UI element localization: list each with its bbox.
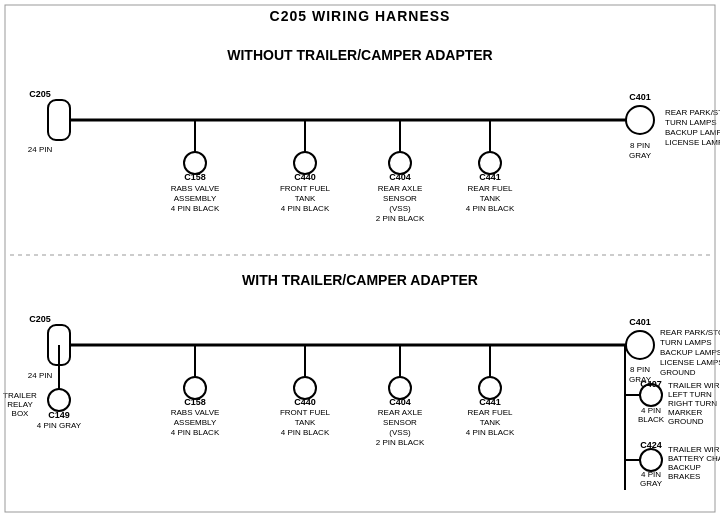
- c424-label: C424: [640, 440, 662, 450]
- c407-right1: TRAILER WIRES: [668, 381, 720, 390]
- c424-sub2: GRAY: [640, 479, 663, 488]
- c401-2-right1: REAR PARK/STOP: [660, 328, 720, 337]
- c441-label-1: C441: [479, 172, 501, 182]
- svg-point-25: [294, 377, 316, 399]
- c401-label-2: C401: [629, 317, 651, 327]
- c205-label-2: C205: [29, 314, 51, 324]
- c404-sub3-1: (VSS): [389, 204, 411, 213]
- c440-sub2-2: TANK: [295, 418, 316, 427]
- trailer-relay-label3: BOX: [12, 409, 30, 418]
- c441-sub2-1: TANK: [480, 194, 501, 203]
- c407-sub1: 4 PIN: [641, 406, 661, 415]
- c424-right1: TRAILER WIRES: [668, 445, 720, 454]
- c441-sub3-2: 4 PIN BLACK: [466, 428, 515, 437]
- c441-sub1-2: REAR FUEL: [468, 408, 513, 417]
- svg-point-4: [184, 152, 206, 174]
- c440-sub2-1: TANK: [295, 194, 316, 203]
- c401-label-1: C401: [629, 92, 651, 102]
- trailer-relay-label2: RELAY: [7, 400, 33, 409]
- c158-sub2-1: ASSEMBLY: [174, 194, 217, 203]
- c404-label-2: C404: [389, 397, 411, 407]
- c441-label-2: C441: [479, 397, 501, 407]
- c158-sub3-1: 4 PIN BLACK: [171, 204, 220, 213]
- svg-point-15: [48, 389, 70, 411]
- svg-point-10: [479, 152, 501, 174]
- c440-label-1: C440: [294, 172, 316, 182]
- c205-sub-2: 24 PIN: [28, 371, 53, 380]
- trailer-relay-label: TRAILER: [3, 391, 37, 400]
- c401-right2: TURN LAMPS: [665, 118, 717, 127]
- c158-sub2-2: ASSEMBLY: [174, 418, 217, 427]
- c440-label-2: C440: [294, 397, 316, 407]
- svg-point-2: [626, 106, 654, 134]
- svg-rect-1: [48, 100, 70, 140]
- c149-sub1: 4 PIN GRAY: [37, 421, 82, 430]
- c205-label-1: C205: [29, 89, 51, 99]
- c404-sub4-2: 2 PIN BLACK: [376, 438, 425, 447]
- diagram-container: C205 WIRING HARNESS WITHOUT TRAILER/CAMP…: [0, 0, 720, 517]
- svg-point-23: [184, 377, 206, 399]
- section1-title: WITHOUT TRAILER/CAMPER ADAPTER: [227, 47, 492, 63]
- section2-title: WITH TRAILER/CAMPER ADAPTER: [242, 272, 478, 288]
- c407-label: C407: [640, 379, 662, 389]
- c401-sub2: GRAY: [629, 151, 652, 160]
- c441-sub1-1: REAR FUEL: [468, 184, 513, 193]
- svg-point-16: [626, 331, 654, 359]
- c404-sub1-2: REAR AXLE: [378, 408, 422, 417]
- c407-sub2: BLACK: [638, 415, 665, 424]
- c407-right2: LEFT TURN: [668, 390, 712, 399]
- c407-right3: RIGHT TURN: [668, 399, 717, 408]
- c404-sub4-1: 2 PIN BLACK: [376, 214, 425, 223]
- c401-2-right3: BACKUP LAMPS: [660, 348, 720, 357]
- c441-sub3-1: 4 PIN BLACK: [466, 204, 515, 213]
- svg-point-27: [389, 377, 411, 399]
- c205-sub-1: 24 PIN: [28, 145, 53, 154]
- c149-label: C149: [48, 410, 70, 420]
- c441-sub2-2: TANK: [480, 418, 501, 427]
- svg-point-6: [294, 152, 316, 174]
- c404-sub2-1: SENSOR: [383, 194, 417, 203]
- wiring-diagram-svg: WITHOUT TRAILER/CAMPER ADAPTER C205 24 P…: [0, 0, 720, 517]
- c424-right2: BATTERY CHARGE: [668, 454, 720, 463]
- c404-sub2-2: SENSOR: [383, 418, 417, 427]
- c158-label-2: C158: [184, 397, 206, 407]
- c401-right3: BACKUP LAMPS: [665, 128, 720, 137]
- c404-label-1: C404: [389, 172, 411, 182]
- c401-2-right5: GROUND: [660, 368, 696, 377]
- c401-right1: REAR PARK/STOP: [665, 108, 720, 117]
- c401-2-right2: TURN LAMPS: [660, 338, 712, 347]
- c404-sub1-1: REAR AXLE: [378, 184, 422, 193]
- c440-sub3-1: 4 PIN BLACK: [281, 204, 330, 213]
- c440-sub1-2: FRONT FUEL: [280, 408, 331, 417]
- svg-rect-30: [5, 5, 715, 512]
- c424-sub1: 4 PIN: [641, 470, 661, 479]
- svg-point-29: [479, 377, 501, 399]
- svg-point-8: [389, 152, 411, 174]
- c401-2-sub1: 8 PIN: [630, 365, 650, 374]
- c424-right3: BACKUP: [668, 463, 701, 472]
- c401-2-right4: LICENSE LAMPS: [660, 358, 720, 367]
- c404-sub3-2: (VSS): [389, 428, 411, 437]
- c158-sub1-1: RABS VALVE: [171, 184, 220, 193]
- c407-right4: MARKER: [668, 408, 702, 417]
- c424-right4: BRAKES: [668, 472, 700, 481]
- c158-sub1-2: RABS VALVE: [171, 408, 220, 417]
- c440-sub3-2: 4 PIN BLACK: [281, 428, 330, 437]
- c158-sub3-2: 4 PIN BLACK: [171, 428, 220, 437]
- c401-sub1: 8 PIN: [630, 141, 650, 150]
- svg-point-21: [640, 449, 662, 471]
- c401-right4: LICENSE LAMPS: [665, 138, 720, 147]
- c407-right5: GROUND: [668, 417, 704, 426]
- c440-sub1-1: FRONT FUEL: [280, 184, 331, 193]
- c158-label-1: C158: [184, 172, 206, 182]
